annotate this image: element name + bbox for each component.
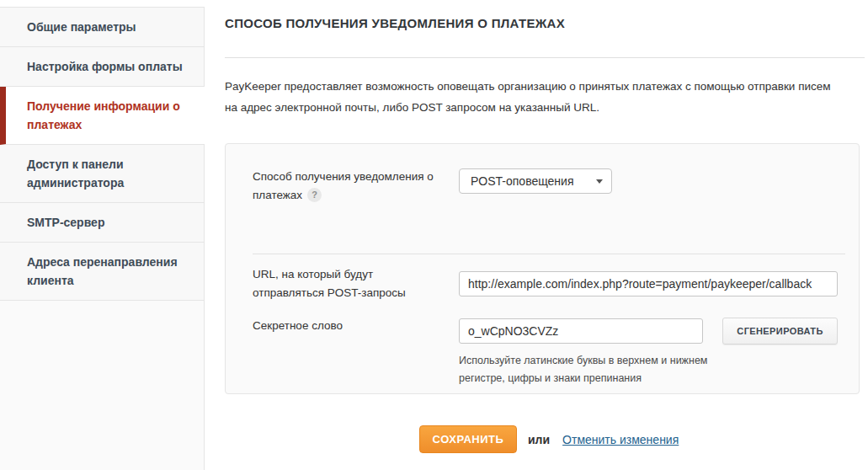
panel-divider: [253, 254, 845, 254]
chevron-down-icon: [596, 179, 603, 184]
notify-method-label: Способ получения уведомления о платежах?: [253, 168, 445, 205]
generate-secret-button[interactable]: СГЕНЕРИРОВАТЬ: [722, 318, 838, 344]
intro-text: PayKeeper предоставляет возможность опов…: [225, 76, 831, 118]
secret-word-hint: Используйте латинские буквы в верхнем и …: [459, 352, 730, 387]
secret-word-input[interactable]: [459, 318, 703, 344]
or-label: или: [528, 433, 550, 446]
post-url-label: URL, на который будут отправляться POST-…: [253, 265, 445, 302]
intro-line-1: PayKeeper предоставляет возможность опов…: [225, 80, 831, 93]
title-divider: [225, 57, 865, 58]
sidebar-item-payment-form[interactable]: Настройка формы оплаты: [0, 47, 204, 87]
notify-method-label-text: Способ получения уведомления о платежах: [253, 170, 434, 201]
secret-word-label: Секретное слово: [253, 317, 445, 335]
sidebar-item-payment-info[interactable]: Получение информации о платежах: [0, 87, 205, 145]
notification-settings-panel: Способ получения уведомления о платежах?…: [225, 143, 860, 394]
settings-sidebar: Общие параметры Настройка формы оплаты П…: [0, 7, 205, 470]
cancel-changes-link[interactable]: Отменить изменения: [562, 433, 679, 446]
form-actions: СОХРАНИТЬ или Отменить изменения: [419, 425, 679, 453]
post-url-input[interactable]: [459, 271, 838, 296]
settings-content: СПОСОБ ПОЛУЧЕНИЯ УВЕДОМЛЕНИЯ О ПЛАТЕЖАХ …: [225, 0, 865, 470]
sidebar-item-smtp-server[interactable]: SMTP-сервер: [0, 203, 204, 243]
notify-method-select[interactable]: POST-оповещения: [459, 168, 612, 194]
notify-method-selected-value: POST-оповещения: [471, 174, 574, 188]
sidebar-item-admin-access[interactable]: Доступ к панели администратора: [0, 145, 204, 203]
sidebar-item-general-params[interactable]: Общие параметры: [0, 8, 204, 47]
page-title: СПОСОБ ПОЛУЧЕНИЯ УВЕДОМЛЕНИЯ О ПЛАТЕЖАХ: [225, 16, 565, 30]
help-icon[interactable]: ?: [307, 188, 322, 202]
intro-line-2: на адрес электронной почты, либо POST за…: [225, 101, 599, 114]
save-button[interactable]: СОХРАНИТЬ: [419, 425, 517, 453]
sidebar-item-redirect-urls[interactable]: Адреса перенаправления клиента: [0, 243, 204, 301]
